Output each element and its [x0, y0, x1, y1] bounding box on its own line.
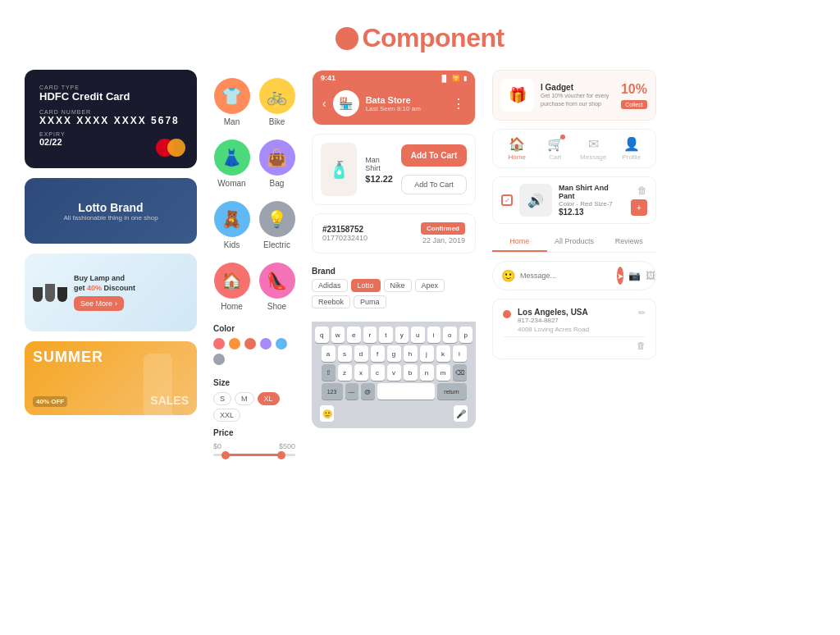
tab-home[interactable]: Home: [492, 232, 547, 252]
size-label: Size: [213, 378, 295, 387]
cat-bag[interactable]: 👜 Bag: [258, 139, 295, 188]
key-v[interactable]: v: [387, 364, 401, 381]
swatch-gray[interactable]: [213, 354, 225, 365]
location-address: 4008 Loving Acres Road: [518, 326, 632, 333]
wifi-icon: 🛜: [452, 75, 460, 82]
key-123[interactable]: 123: [322, 383, 343, 400]
cat-kids[interactable]: 🧸 Kids: [213, 201, 250, 249]
brand-reebok[interactable]: Reebok: [312, 295, 350, 308]
price-thumb-left[interactable]: [221, 451, 230, 459]
cat-woman[interactable]: 👗 Woman: [213, 139, 250, 188]
chat-header: ‹ 🏪 Bata Store Last Seen 8:10 am ⋮: [313, 85, 475, 125]
nav-home[interactable]: 🏠 Home: [498, 136, 536, 161]
key-j[interactable]: j: [420, 345, 434, 362]
location-edit-button[interactable]: ✏: [638, 308, 646, 318]
cart-delete-button[interactable]: 🗑: [637, 185, 647, 196]
key-q[interactable]: q: [315, 327, 329, 343]
location-delete-button[interactable]: 🗑: [637, 340, 646, 350]
key-b[interactable]: b: [404, 364, 418, 381]
swatch-orange[interactable]: [229, 338, 240, 349]
key-i[interactable]: i: [427, 327, 441, 343]
more-options-button[interactable]: ⋮: [452, 96, 465, 112]
add-to-cart-outline-button[interactable]: Add To Cart: [401, 175, 467, 194]
brand-adidas[interactable]: Adidas: [312, 279, 348, 292]
swatch-blue[interactable]: [276, 338, 287, 349]
key-k[interactable]: k: [436, 345, 450, 362]
brand-apex[interactable]: Apex: [415, 279, 445, 292]
nav-message[interactable]: ✉ Message: [574, 136, 613, 161]
key-r[interactable]: r: [363, 327, 377, 343]
size-xxl[interactable]: XXL: [213, 409, 240, 422]
cat-electric[interactable]: 💡 Electric: [258, 201, 295, 249]
nav-cart[interactable]: 🛒 Cart: [536, 136, 575, 161]
back-button[interactable]: ‹: [322, 97, 326, 110]
brand-nike[interactable]: Nike: [384, 279, 412, 292]
key-o[interactable]: o: [443, 327, 457, 343]
image-icon[interactable]: 🖼: [646, 270, 655, 281]
tab-reviews[interactable]: Reviews: [601, 232, 656, 252]
swatch-red[interactable]: [213, 338, 225, 349]
price-thumb-right[interactable]: [277, 451, 285, 459]
key-u[interactable]: u: [411, 327, 425, 343]
key-l[interactable]: l: [453, 345, 467, 362]
key-emoji[interactable]: 🙂: [320, 405, 334, 422]
key-d[interactable]: d: [354, 345, 368, 362]
key-w[interactable]: w: [331, 327, 345, 343]
cat-icon-bike: 🚲: [259, 78, 295, 114]
cat-shoe[interactable]: 👠 Shoe: [258, 263, 295, 311]
price-range-track[interactable]: [213, 454, 295, 456]
nav-profile[interactable]: 👤 Profile: [613, 136, 651, 161]
swatch-purple[interactable]: [260, 338, 272, 349]
key-f[interactable]: f: [371, 345, 385, 362]
key-n[interactable]: n: [420, 364, 434, 381]
order-date: 22 Jan, 2019: [422, 236, 465, 244]
key-g[interactable]: g: [387, 345, 401, 362]
price-range-fill: [221, 454, 279, 456]
smile-icon: 🙂: [501, 269, 515, 282]
last-seen: Last Seen 8:10 am: [366, 105, 421, 112]
key-dash[interactable]: —: [345, 383, 358, 400]
tab-all-products[interactable]: All Products: [547, 232, 602, 252]
brand-puma[interactable]: Puma: [354, 295, 386, 308]
cart-checkbox[interactable]: ✓: [501, 194, 513, 206]
cat-icon-kids: 🧸: [214, 201, 250, 237]
key-c[interactable]: c: [371, 364, 385, 381]
key-a[interactable]: a: [322, 345, 336, 362]
key-s[interactable]: s: [338, 345, 352, 362]
camera-icon[interactable]: 📷: [628, 270, 641, 281]
message-input[interactable]: [520, 272, 612, 280]
key-m[interactable]: m: [436, 364, 450, 381]
cat-icon-bag: 👜: [259, 139, 295, 176]
cat-bike[interactable]: 🚲 Bike: [258, 78, 295, 126]
lotto-subtitle: All fashionable thing in one shop: [63, 214, 158, 222]
brand-lotto[interactable]: Lotto: [351, 279, 381, 292]
key-space[interactable]: [377, 383, 435, 400]
key-z[interactable]: z: [338, 364, 352, 381]
send-button[interactable]: ➤: [617, 267, 623, 285]
add-to-cart-primary-button[interactable]: Add To Cart: [401, 144, 467, 167]
key-backspace[interactable]: ⌫: [453, 364, 467, 381]
cat-label-woman: Woman: [217, 179, 245, 188]
key-h[interactable]: h: [404, 345, 418, 362]
key-shift[interactable]: ⇧: [322, 364, 336, 381]
key-return[interactable]: return: [437, 383, 467, 400]
key-at[interactable]: @: [361, 383, 375, 400]
key-x[interactable]: x: [354, 364, 368, 381]
size-xl[interactable]: XL: [258, 392, 280, 405]
cat-man[interactable]: 👕 Man: [213, 78, 250, 126]
key-e[interactable]: e: [347, 327, 361, 343]
cat-icon-electric: 💡: [259, 201, 295, 237]
swatch-coral[interactable]: [244, 338, 256, 349]
voucher-collect-button[interactable]: Collect: [621, 100, 646, 109]
key-y[interactable]: y: [395, 327, 409, 343]
cat-home[interactable]: 🏠 Home: [213, 263, 250, 311]
size-m[interactable]: M: [235, 392, 254, 405]
cart-add-button[interactable]: +: [631, 199, 647, 216]
color-label: Color: [213, 324, 295, 333]
summer-badge: 40% OFF: [33, 396, 67, 407]
see-more-button[interactable]: See More ›: [74, 296, 124, 311]
key-p[interactable]: p: [459, 327, 473, 343]
key-mic[interactable]: 🎤: [454, 405, 468, 422]
size-s[interactable]: S: [213, 392, 231, 405]
key-t[interactable]: t: [379, 327, 393, 343]
